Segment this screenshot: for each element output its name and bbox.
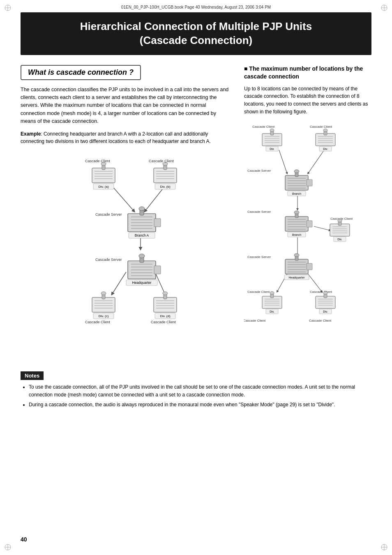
svg-line-62 — [308, 150, 324, 174]
svg-rect-12 — [40, 151, 51, 158]
r-cs3-device: Headquarter — [284, 253, 312, 280]
svg-rect-19 — [40, 151, 54, 160]
svg-line-61 — [279, 150, 287, 174]
r-cc4-device: Div. — [262, 292, 282, 314]
svg-text:Branch: Branch — [292, 192, 301, 195]
svg-text:Div.: Div. — [337, 238, 342, 241]
section-title: What is cascade connection ? — [21, 65, 141, 80]
hq-device: Headquarter — [126, 254, 161, 286]
svg-text:Div. (a): Div. (a) — [98, 185, 109, 189]
r-cc3-device: Div. — [330, 219, 350, 242]
hq-role-label: Cascade Server — [95, 258, 122, 262]
left-diagram-svg: Div. (a) Cascade Client Div. (b) Cascade… — [40, 151, 212, 344]
notes-title: Notes — [21, 371, 44, 380]
notes-section: Notes To use the cascade connection, all… — [21, 371, 371, 409]
r-cs3-label: Cascade Server — [247, 255, 271, 259]
right-body: Up to 8 locations can be connected by me… — [244, 85, 371, 115]
svg-line-29 — [145, 186, 165, 212]
main-content: What is cascade connection ? The cascade… — [21, 65, 371, 360]
div-b-role-label: Cascade Client — [149, 159, 174, 163]
svg-text:Branch A: Branch A — [135, 233, 149, 237]
div-d-device: Div. (d) — [154, 292, 177, 319]
corner-tl-mark — [4, 4, 12, 12]
r-cc2-label: Cascade Client — [310, 125, 332, 129]
right-title: The maximum number of locations by the c… — [244, 65, 371, 81]
svg-text:Div. (d): Div. (d) — [160, 314, 171, 318]
page: 01EN_00_PJP-100H_UCGB.book Page 40 Wedne… — [0, 0, 392, 555]
svg-rect-27 — [52, 151, 59, 155]
svg-line-28 — [112, 186, 134, 212]
svg-text:Div. (b): Div. (b) — [160, 185, 171, 189]
left-diagram: Div. (a) Cascade Client Div. (b) Cascade… — [21, 151, 232, 344]
r-cs1-label: Cascade Server — [247, 169, 271, 173]
svg-text:Div.: Div. — [270, 310, 274, 313]
r-cc1-label: Cascade Client — [252, 125, 275, 129]
note-item-2: During a cascade connection, the audio i… — [29, 401, 371, 409]
left-body-text: The cascade connection classifies the PJ… — [21, 86, 232, 126]
r-cc4-label: Cascade Client — [247, 290, 270, 294]
page-title: Hierarchical Connection of Multiple PJP … — [29, 20, 363, 48]
corner-tr-mark — [380, 4, 388, 12]
notes-list: To use the cascade connection, all of th… — [21, 383, 371, 409]
note-item-1: To use the cascade connection, all of th… — [29, 383, 371, 398]
corner-br-mark — [380, 543, 388, 551]
left-column: What is cascade connection ? The cascade… — [21, 65, 232, 344]
div-b-device: Div. (b) — [154, 162, 177, 189]
svg-text:Headquarter: Headquarter — [289, 276, 305, 279]
div-c-device: Div. (c) — [92, 292, 115, 319]
div-c-role-label: Cascade Client — [85, 320, 111, 324]
r-cc4-bottom-label: Cascade Client — [244, 319, 266, 322]
r-cc1-device: Div. — [262, 129, 282, 152]
right-column: The maximum number of locations by the c… — [244, 65, 371, 360]
branch-a-device: Branch A — [128, 207, 161, 238]
svg-text:Headquarter: Headquarter — [132, 281, 151, 285]
svg-text:Branch: Branch — [292, 233, 301, 236]
r-cc5-device: Div. — [316, 292, 335, 314]
right-diagram-svg: Cascade Client Div. Cascade Client Div. … — [244, 120, 363, 359]
file-info: 01EN_00_PJP-100H_UCGB.book Page 40 Wedne… — [121, 5, 271, 9]
svg-text:Div.: Div. — [270, 147, 274, 150]
page-number: 40 — [21, 536, 27, 543]
corner-bl-mark — [4, 543, 12, 551]
svg-text:Div.: Div. — [323, 310, 328, 313]
r-cs1-device: Branch — [285, 170, 312, 196]
example-bold: Example — [21, 131, 41, 137]
r-cs2-device: Branch — [285, 211, 312, 237]
svg-text:Div.: Div. — [323, 147, 328, 150]
r-cs2-label: Cascade Server — [247, 210, 271, 214]
svg-line-65 — [314, 226, 330, 230]
example-text: Example: Connecting headquarter and bran… — [21, 130, 232, 145]
r-cc5-label: Cascade Client — [310, 290, 332, 294]
r-cc2-device: Div. — [316, 129, 335, 152]
svg-line-67 — [308, 274, 322, 292]
r-cc5-bottom-label: Cascade Client — [309, 319, 332, 322]
div-a-device: Div. (a) — [92, 162, 115, 189]
div-d-role-label: Cascade Client — [151, 320, 176, 324]
svg-text:Div. (c): Div. (c) — [99, 314, 109, 318]
svg-line-31 — [112, 272, 126, 295]
header-bar: Hierarchical Connection of Multiple PJP … — [21, 12, 371, 55]
branch-a-role-label: Cascade Server — [95, 212, 122, 216]
div-a-role-label: Cascade Client — [85, 159, 111, 163]
svg-rect-60 — [254, 120, 260, 124]
